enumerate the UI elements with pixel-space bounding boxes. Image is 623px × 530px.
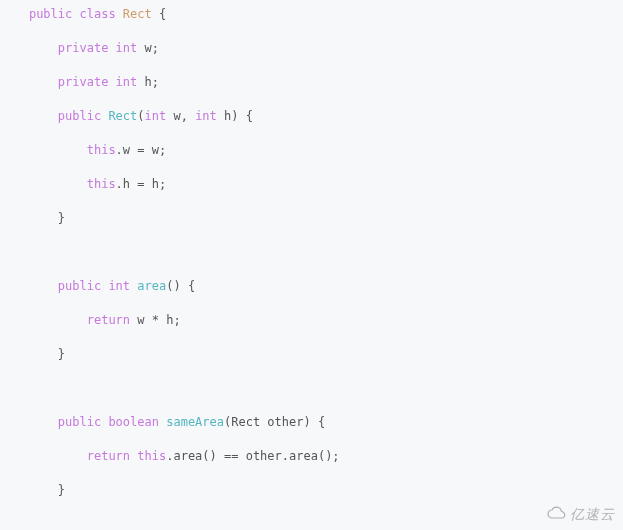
code-line: return this.area() == other.area(); — [0, 448, 623, 465]
code-line: this.w = w; — [0, 142, 623, 159]
code-line — [0, 244, 623, 261]
code-line: public int area() { — [0, 278, 623, 295]
code-line — [0, 380, 623, 397]
code-line: } — [0, 210, 623, 227]
code-line: return w * h; — [0, 312, 623, 329]
code-line: public boolean sameArea(Rect other) { — [0, 414, 623, 431]
code-line: this.h = h; — [0, 176, 623, 193]
code-line: private int h; — [0, 74, 623, 91]
code-line: } — [0, 346, 623, 363]
code-block: public class Rect { private int w; priva… — [0, 0, 623, 530]
code-line: public class Rect { — [0, 6, 623, 23]
code-line — [0, 516, 623, 530]
code-line: public Rect(int w, int h) { — [0, 108, 623, 125]
code-line: private int w; — [0, 40, 623, 57]
code-line: } — [0, 482, 623, 499]
